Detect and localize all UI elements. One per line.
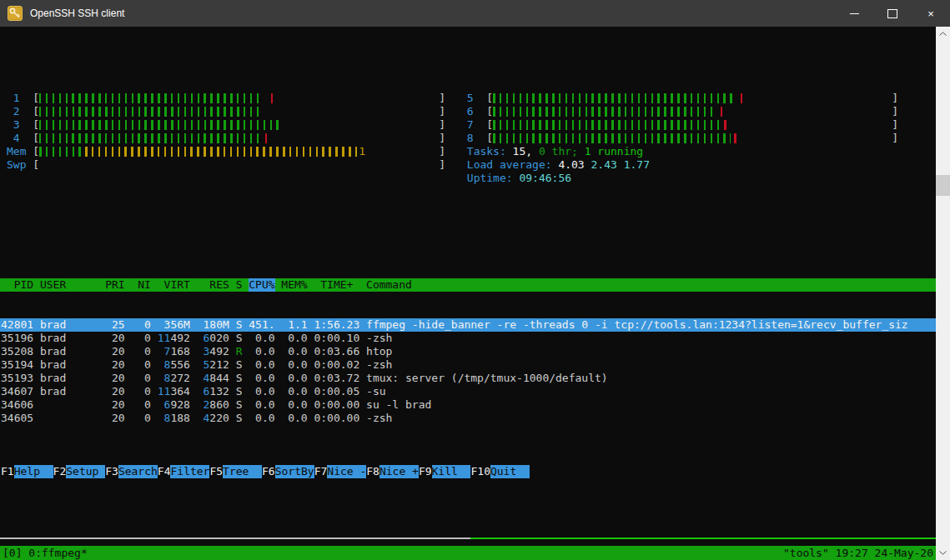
cell-cpu: 451.: [249, 318, 274, 332]
meter-2: 2[]: [7, 105, 445, 118]
cell-mem: 0.0: [281, 412, 307, 425]
meter-bar: [39, 105, 439, 118]
minimize-button[interactable]: [835, 0, 873, 27]
fkey-setup[interactable]: F2Setup: [53, 465, 106, 478]
column-header-user[interactable]: USER: [40, 278, 98, 292]
column-header-virt[interactable]: VIRT: [158, 278, 190, 292]
tmux-status-bar: [0] 0:ffmpeg* "tools" 19:27 24-May-20: [0, 546, 936, 560]
process-row-35194[interactable]: 35194brad20085565212S0.00.00:00.02-zsh: [0, 358, 936, 372]
scrollbar-thumb[interactable]: [936, 175, 950, 196]
tmux-window-list[interactable]: [0] 0:ffmpeg*: [3, 547, 88, 560]
fkey-help[interactable]: F1Help: [1, 465, 53, 478]
cell-pid: 34607: [1, 385, 33, 398]
cell-ni: 0: [131, 385, 150, 398]
cell-pid: 35208: [1, 345, 33, 358]
fkey-number: F4: [158, 465, 171, 478]
scroll-up-button[interactable]: [936, 27, 950, 41]
meter-value-text: 1: [359, 145, 365, 158]
window-title: OpenSSH SSH client: [30, 8, 835, 19]
fkey-label: Help: [14, 465, 53, 478]
meter-red-tick: [271, 93, 274, 103]
process-row-35208[interactable]: 35208brad20071683492R0.00.00:03.66htop: [0, 345, 936, 358]
fkey-search[interactable]: F3Search: [105, 465, 158, 478]
tmux-pane-divider[interactable]: [0, 532, 936, 545]
cell-res: 180M: [197, 318, 229, 332]
meter-close-bracket: ]: [439, 118, 445, 132]
fkey-kill[interactable]: F9Kill: [419, 465, 471, 478]
cell-user: brad: [40, 385, 98, 398]
cell-mem: 0.0: [281, 385, 307, 398]
meter-red-tick: [734, 133, 736, 143]
cell-virt: 8272: [158, 372, 190, 385]
meter-5: 5[]: [460, 92, 898, 105]
cell-ni: 0: [131, 398, 150, 412]
meter-green-fill: [39, 107, 259, 117]
column-header-command[interactable]: Command: [366, 278, 936, 292]
fkey-nice-+[interactable]: F8Nice +: [366, 465, 419, 478]
cell-pri: 20: [105, 358, 124, 372]
process-row-42801[interactable]: 42801brad250356M180MS451.1.11:56.23ffmpe…: [0, 318, 936, 332]
tmux-status-right: "tools" 19:27 24-May-20: [783, 547, 933, 560]
process-table-header[interactable]: PIDUSERPRINIVIRTRESSCPU%MEM%TIME+ Comman…: [0, 278, 936, 292]
process-row-35196[interactable]: 35196brad200114926020S0.00.00:00.10-zsh: [0, 332, 936, 345]
cell-virt: 356M: [158, 318, 190, 332]
pane-divider-left: [0, 538, 470, 539]
fkey-number: F5: [209, 465, 223, 478]
fkey-filter[interactable]: F4Filter: [158, 465, 210, 478]
cell-time: 0:03.72: [314, 372, 359, 385]
meter-label: 4: [7, 132, 33, 145]
column-header-ni[interactable]: NI: [131, 278, 150, 292]
meter-open-bracket: [: [33, 132, 39, 145]
meter-close-bracket: ]: [439, 145, 445, 158]
meter-label: 1: [7, 92, 33, 105]
maximize-button[interactable]: [873, 0, 912, 27]
fkey-tree[interactable]: F5Tree: [209, 465, 262, 478]
close-button[interactable]: ×: [912, 0, 950, 27]
column-header-pid[interactable]: PID: [1, 278, 33, 292]
meter-close-bracket: ]: [892, 92, 898, 105]
scrollbar-track[interactable]: [936, 41, 950, 546]
fkey-label: Nice -: [327, 465, 366, 478]
column-header-pri[interactable]: PRI: [105, 278, 124, 292]
meter-label: Swp: [7, 158, 33, 172]
blank-line: [7, 225, 936, 238]
fkey-label: Search: [118, 465, 158, 478]
fkey-quit[interactable]: F10Quit: [470, 465, 529, 478]
column-header-mem%[interactable]: MEM%: [281, 278, 307, 292]
terminal[interactable]: 1[] 2[] 3[] 4[]Mem[1]Swp[] 5[] 6[] 7[] 8…: [0, 27, 936, 560]
meter-green-fill: [39, 147, 85, 157]
meter-red-tick: [741, 93, 743, 103]
column-header-time+[interactable]: TIME+: [314, 278, 359, 292]
close-icon: ×: [927, 8, 934, 20]
meter-open-bracket: [: [486, 105, 493, 118]
meter-open-bracket: [: [33, 92, 39, 105]
meter-open-bracket: [: [33, 118, 39, 132]
fkey-sortby[interactable]: F6SortBy: [262, 465, 314, 478]
process-row-34605[interactable]: 3460520081884220S0.00.00:00.00-zsh: [0, 412, 936, 425]
fkey-nice-[interactable]: F7Nice -: [314, 465, 367, 478]
column-header-res[interactable]: RES: [197, 278, 229, 292]
meter-red-tick: [724, 120, 726, 130]
scrollbar: [936, 27, 950, 560]
cell-user: brad: [40, 372, 98, 385]
cell-virt: 6928: [158, 398, 190, 412]
load-average: Load average: 4.03 2.43 1.77: [460, 158, 898, 172]
cell-cpu: 0.0: [249, 358, 274, 372]
process-row-34606[interactable]: 3460620069282860S0.00.00:00.00su -l brad: [0, 398, 936, 412]
process-row-34607[interactable]: 34607brad200113646132S0.00.00:00.05-su: [0, 385, 936, 398]
cell-virt: 8556: [158, 358, 190, 372]
cell-user: brad: [40, 318, 98, 332]
cell-pid: 35194: [1, 358, 33, 372]
fkey-number: F6: [262, 465, 275, 478]
scroll-down-button[interactable]: [936, 546, 950, 560]
cell-pri: 25: [105, 318, 124, 332]
fkey-label: Setup: [66, 465, 105, 478]
process-row-35193[interactable]: 35193brad20082724844S0.00.00:03.72tmux: …: [0, 372, 936, 385]
column-header-s[interactable]: S: [236, 278, 243, 292]
fkey-number: F1: [1, 465, 14, 478]
column-header-cpu%[interactable]: CPU%: [249, 278, 274, 292]
meter-bar: [39, 92, 439, 105]
tasks-summary: Tasks: 15, 0 thr; 1 running: [460, 145, 898, 158]
meter-bar: 1: [39, 145, 439, 158]
minimize-icon: [850, 13, 859, 14]
